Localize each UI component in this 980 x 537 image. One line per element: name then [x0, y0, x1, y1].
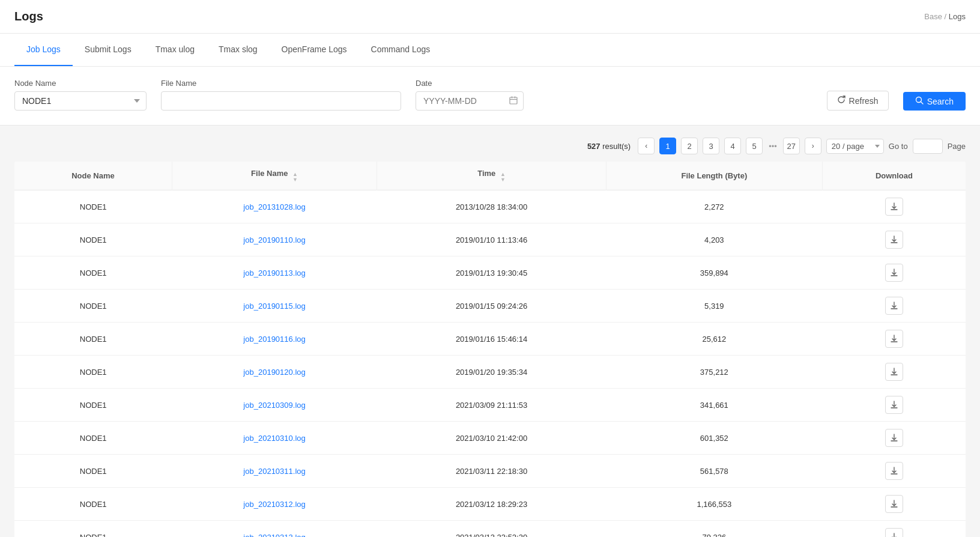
table-row: NODE1 job_20210311.log 2021/03/11 22:18:… — [14, 455, 966, 488]
file-name-link[interactable]: job_20190120.log — [243, 368, 305, 377]
download-button[interactable] — [885, 231, 903, 249]
cell-node-name: NODE1 — [14, 323, 172, 356]
page-5-button[interactable]: 5 — [746, 138, 763, 154]
tab-command-logs[interactable]: Command Logs — [359, 34, 443, 66]
cell-file-name: job_20210313.log — [172, 521, 377, 538]
cell-download — [822, 290, 966, 323]
tab-tmax-slog[interactable]: Tmax slog — [207, 34, 270, 66]
col-time[interactable]: Time ▲▼ — [377, 162, 606, 190]
node-name-filter: Node Name NODE1 NODE2 NODE3 — [14, 79, 147, 111]
breadcrumb-current: Logs — [949, 12, 966, 21]
node-name-label: Node Name — [14, 79, 147, 88]
download-button[interactable] — [885, 264, 903, 282]
file-name-link[interactable]: job_20210311.log — [243, 467, 305, 476]
page-2-button[interactable]: 2 — [681, 138, 698, 154]
download-button[interactable] — [885, 363, 903, 381]
col-file-length: File Length (Byte) — [606, 162, 822, 190]
data-table: Node Name File Name ▲▼ Time ▲▼ File Leng… — [14, 162, 966, 537]
table-row: NODE1 job_20131028.log 2013/10/28 18:34:… — [14, 190, 966, 223]
refresh-button[interactable]: Refresh — [827, 91, 889, 111]
table-header-row: Node Name File Name ▲▼ Time ▲▼ File Leng… — [14, 162, 966, 190]
download-button[interactable] — [885, 198, 903, 216]
per-page-select[interactable]: 20 / page 50 / page 100 / page — [826, 139, 884, 154]
file-name-input[interactable] — [161, 91, 401, 111]
cell-file-name: job_20190120.log — [172, 356, 377, 389]
search-label: Search — [927, 97, 954, 106]
page-4-button[interactable]: 4 — [724, 138, 741, 154]
cell-download — [822, 422, 966, 455]
page-27-button[interactable]: 27 — [783, 138, 800, 154]
result-count: 527 result(s) — [587, 142, 631, 151]
cell-download — [822, 256, 966, 290]
cell-download — [822, 389, 966, 422]
cell-node-name: NODE1 — [14, 290, 172, 323]
date-input[interactable] — [416, 91, 524, 111]
download-button[interactable] — [885, 330, 903, 348]
page-label: Page — [948, 142, 966, 151]
download-button[interactable] — [885, 429, 903, 447]
file-name-link[interactable]: job_20210310.log — [243, 434, 305, 443]
node-name-select[interactable]: NODE1 NODE2 NODE3 — [14, 91, 147, 111]
download-button[interactable] — [885, 462, 903, 480]
file-name-link[interactable]: job_20210312.log — [243, 500, 305, 509]
file-name-sort-icon: ▲▼ — [292, 172, 298, 183]
download-button[interactable] — [885, 297, 903, 315]
cell-node-name: NODE1 — [14, 521, 172, 538]
page-3-button[interactable]: 3 — [703, 138, 719, 154]
page-header: Logs Base / Logs — [0, 0, 980, 34]
table-row: NODE1 job_20190113.log 2019/01/13 19:30:… — [14, 256, 966, 290]
refresh-icon — [837, 96, 845, 106]
cell-time: 2013/10/28 18:34:00 — [377, 190, 606, 223]
cell-node-name: NODE1 — [14, 256, 172, 290]
file-name-link[interactable]: job_20190110.log — [243, 235, 305, 244]
cell-file-length: 561,578 — [606, 455, 822, 488]
cell-file-name: job_20210309.log — [172, 389, 377, 422]
file-name-link[interactable]: job_20210309.log — [243, 401, 305, 410]
tab-submit-logs[interactable]: Submit Logs — [73, 34, 144, 66]
tab-job-logs[interactable]: Job Logs — [14, 34, 73, 66]
cell-download — [822, 488, 966, 521]
file-name-link[interactable]: job_20190116.log — [243, 335, 305, 344]
filter-panel: Node Name NODE1 NODE2 NODE3 File Name Da… — [0, 67, 980, 126]
goto-input[interactable] — [913, 139, 943, 154]
cell-file-length: 79,326 — [606, 521, 822, 538]
page-title: Logs — [14, 10, 43, 23]
cell-file-length: 359,894 — [606, 256, 822, 290]
cell-download — [822, 323, 966, 356]
next-page-button[interactable]: › — [805, 138, 821, 154]
breadcrumb: Base / Logs — [924, 12, 966, 21]
cell-time: 2019/01/16 15:46:14 — [377, 323, 606, 356]
file-name-link[interactable]: job_20190115.log — [243, 302, 305, 311]
date-input-wrapper — [416, 91, 524, 111]
download-button[interactable] — [885, 495, 903, 513]
cell-time: 2019/01/15 09:24:26 — [377, 290, 606, 323]
prev-page-button[interactable]: ‹ — [638, 138, 655, 154]
cell-time: 2021/03/12 18:29:23 — [377, 488, 606, 521]
cell-download — [822, 521, 966, 538]
cell-file-length: 601,352 — [606, 422, 822, 455]
page-1-button[interactable]: 1 — [659, 138, 676, 154]
col-node-name: Node Name — [14, 162, 172, 190]
file-name-link[interactable]: job_20190113.log — [243, 268, 305, 278]
date-filter: Date — [416, 79, 524, 111]
col-download: Download — [822, 162, 966, 190]
file-name-link[interactable]: job_20210313.log — [243, 533, 305, 538]
col-file-name[interactable]: File Name ▲▼ — [172, 162, 377, 190]
table-row: NODE1 job_20190115.log 2019/01/15 09:24:… — [14, 290, 966, 323]
download-button[interactable] — [885, 528, 903, 537]
cell-download — [822, 455, 966, 488]
breadcrumb-base: Base — [924, 12, 942, 21]
file-name-filter: File Name — [161, 79, 401, 111]
cell-file-name: job_20190113.log — [172, 256, 377, 290]
cell-file-name: job_20131028.log — [172, 190, 377, 223]
tab-tmax-ulog[interactable]: Tmax ulog — [144, 34, 207, 66]
cell-time: 2019/01/13 19:30:45 — [377, 256, 606, 290]
search-button[interactable]: Search — [903, 92, 966, 111]
tab-openframe-logs[interactable]: OpenFrame Logs — [270, 34, 359, 66]
file-name-link[interactable]: job_20131028.log — [243, 202, 305, 211]
download-button[interactable] — [885, 396, 903, 414]
date-label: Date — [416, 79, 524, 88]
tabs-bar: Job Logs Submit Logs Tmax ulog Tmax slog… — [0, 34, 980, 67]
cell-file-name: job_20190115.log — [172, 290, 377, 323]
table-wrapper: Node Name File Name ▲▼ Time ▲▼ File Leng… — [14, 162, 966, 537]
